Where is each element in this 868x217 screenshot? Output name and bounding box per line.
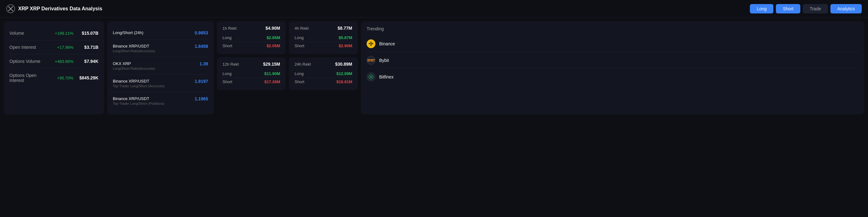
main-content: Volume +199.11% $15.07B Open Interest +1… bbox=[0, 17, 868, 118]
ls-row-1: Binance XRP/USDT Long/Short Ratio(Accoun… bbox=[113, 40, 208, 57]
trade-button[interactable]: Trade bbox=[803, 4, 828, 13]
stat-change-opt-vol: +483.66% bbox=[45, 59, 73, 64]
rekt-12h-header: 12h Rekt $29.15M bbox=[222, 62, 280, 67]
trending-card: Trending Binance BYBT Bybit bbox=[361, 21, 864, 114]
header-buttons: Long Short Trade Analytics bbox=[750, 4, 862, 13]
stat-value-oi: $3.71B bbox=[73, 45, 98, 50]
svg-marker-4 bbox=[369, 43, 370, 44]
svg-marker-6 bbox=[370, 44, 372, 46]
bybit-logo-icon: BYBT bbox=[367, 56, 375, 65]
stat-value-volume: $15.07B bbox=[73, 31, 98, 36]
stat-label-volume: Volume bbox=[9, 31, 45, 36]
stat-row-opt-oi: Options Open Interest +95.70% $845.29K bbox=[9, 69, 98, 87]
bybit-label: Bybit bbox=[379, 58, 389, 63]
bitfinex-logo-icon bbox=[367, 73, 375, 81]
rekt-4h-title: 4h Rekt bbox=[294, 26, 309, 31]
rekt-24h-total: $30.89M bbox=[335, 62, 352, 67]
rekt-right-column: 4h Rekt $8.77M Long $5.87M Short $2.90M … bbox=[289, 21, 358, 114]
ls-row-0: Long/Short (24h) 0.9853 bbox=[113, 26, 208, 40]
rekt-12h-long-row: Long $11.90M bbox=[222, 70, 280, 78]
ls-label-1: Binance XRP/USDT Long/Short Ratio(Accoun… bbox=[113, 44, 155, 53]
rekt-4h-card: 4h Rekt $8.77M Long $5.87M Short $2.90M bbox=[289, 21, 358, 54]
stat-row-oi: Open Interest +17.98% $3.71B bbox=[9, 40, 98, 55]
header-left: XRP XRP Derivatives Data Analysis bbox=[6, 4, 102, 13]
stat-value-opt-vol: $7.94K bbox=[73, 59, 98, 64]
rekt-12h-card: 12h Rekt $29.15M Long $11.90M Short $17.… bbox=[217, 57, 286, 90]
stat-value-opt-oi: $845.29K bbox=[73, 75, 98, 80]
stat-label-opt-vol: Options Volume bbox=[9, 59, 45, 64]
ls-label-4: Binance XRP/USDT Top Trader Long/Short (… bbox=[113, 96, 164, 105]
header: XRP XRP Derivatives Data Analysis Long S… bbox=[0, 0, 868, 17]
stat-label-oi: Open Interest bbox=[9, 45, 45, 50]
rekt-24h-long-row: Long $12.09M bbox=[294, 70, 352, 78]
rekt-24h-short-row: Short $18.81M bbox=[294, 78, 352, 86]
stat-change-volume: +199.11% bbox=[45, 31, 73, 36]
rekt-1h-long-row: Long $2.85M bbox=[222, 34, 280, 42]
rekt-1h-title: 1h Rekt bbox=[222, 26, 237, 31]
rekt-1h-card: 1h Rekt $4.90M Long $2.85M Short $2.05M bbox=[217, 21, 286, 54]
trending-item-bybit[interactable]: BYBT Bybit bbox=[367, 52, 859, 69]
stats-card: Volume +199.11% $15.07B Open Interest +1… bbox=[4, 21, 104, 114]
ls-label-3: Binance XRP/USDT Top Trader Long/Short (… bbox=[113, 79, 164, 88]
longshort-card: Long/Short (24h) 0.9853 Binance XRP/USDT… bbox=[107, 21, 214, 114]
binance-logo-icon bbox=[367, 39, 375, 48]
svg-marker-3 bbox=[370, 42, 372, 43]
rekt-12h-title: 12h Rekt bbox=[222, 62, 239, 67]
trending-item-bitfinex[interactable]: Bitfinex bbox=[367, 69, 859, 85]
stat-change-oi: +17.98% bbox=[45, 45, 73, 50]
rekt-4h-long-row: Long $5.87M bbox=[294, 34, 352, 42]
rekt-1h-header: 1h Rekt $4.90M bbox=[222, 26, 280, 31]
stat-row-opt-vol: Options Volume +483.66% $7.94K bbox=[9, 55, 98, 69]
short-button[interactable]: Short bbox=[776, 4, 800, 13]
xrp-logo-icon bbox=[6, 4, 15, 13]
analytics-button[interactable]: Analytics bbox=[830, 4, 862, 13]
trending-title: Trending bbox=[367, 26, 859, 31]
rekt-1h-short-row: Short $2.05M bbox=[222, 42, 280, 50]
long-button[interactable]: Long bbox=[750, 4, 773, 13]
rekt-4h-header: 4h Rekt $8.77M bbox=[294, 26, 352, 31]
binance-label: Binance bbox=[379, 41, 395, 46]
rekt-12h-short-row: Short $17.26M bbox=[222, 78, 280, 86]
rekt-12h-total: $29.15M bbox=[263, 62, 280, 67]
svg-marker-7 bbox=[370, 43, 372, 45]
ls-label-0: Long/Short (24h) bbox=[113, 30, 144, 35]
bitfinex-label: Bitfinex bbox=[379, 74, 394, 79]
stat-change-opt-oi: +95.70% bbox=[45, 76, 73, 80]
rekt-1h-total: $4.90M bbox=[266, 26, 280, 31]
svg-marker-5 bbox=[372, 43, 374, 44]
ls-label-2: OKX XRP Long/Short Ratio(Accounts) bbox=[113, 61, 155, 70]
ls-row-4: Binance XRP/USDT Top Trader Long/Short (… bbox=[113, 92, 208, 109]
stat-label-opt-oi: Options Open Interest bbox=[9, 73, 45, 83]
page-title: XRP XRP Derivatives Data Analysis bbox=[18, 6, 102, 11]
stat-row-volume: Volume +199.11% $15.07B bbox=[9, 26, 98, 40]
rekt-4h-short-row: Short $2.90M bbox=[294, 42, 352, 50]
rekt-4h-total: $8.77M bbox=[338, 26, 352, 31]
ls-row-3: Binance XRP/USDT Top Trader Long/Short (… bbox=[113, 75, 208, 92]
rekt-24h-card: 24h Rekt $30.89M Long $12.09M Short $18.… bbox=[289, 57, 358, 90]
trending-item-binance[interactable]: Binance bbox=[367, 36, 859, 52]
rekt-24h-header: 24h Rekt $30.89M bbox=[294, 62, 352, 67]
rekt-left-column: 1h Rekt $4.90M Long $2.85M Short $2.05M … bbox=[217, 21, 286, 114]
ls-row-2: OKX XRP Long/Short Ratio(Accounts) 1.39 bbox=[113, 57, 208, 75]
rekt-24h-title: 24h Rekt bbox=[294, 62, 311, 67]
